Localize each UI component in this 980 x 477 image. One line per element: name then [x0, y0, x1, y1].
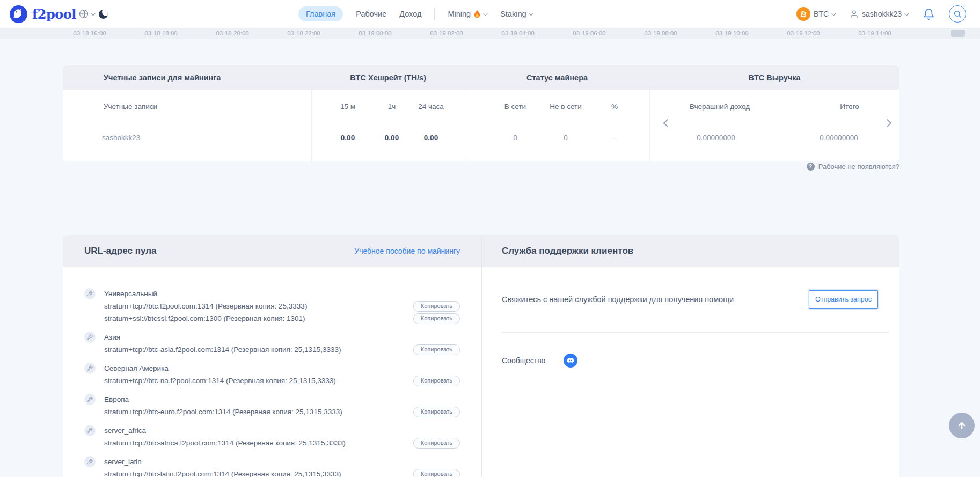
url-row: stratum+ssl://btcssl.f2pool.com:1300 (Ре…: [104, 312, 460, 325]
url-row: stratum+tcp://btc-africa.f2pool.com:1314…: [104, 437, 460, 449]
wrench-icon: [84, 288, 96, 299]
row-offline-count: 0: [564, 134, 568, 142]
pool-url-title: URL-адрес пула: [84, 246, 156, 256]
nav-divider: [434, 8, 435, 20]
row-account-name[interactable]: sashokkk23: [102, 134, 140, 142]
copy-button[interactable]: Копировать: [413, 438, 460, 449]
wrench-icon: [84, 332, 96, 343]
wrench-icon: [84, 363, 96, 374]
copy-button[interactable]: Копировать: [413, 407, 460, 417]
subheader-total: Итого: [840, 102, 859, 111]
chevron-down-icon: [904, 11, 910, 16]
revenue-prev-icon[interactable]: [663, 119, 672, 128]
column-group-accounts: Учетные записи для майнинга: [104, 74, 221, 82]
subheader-percent: %: [611, 102, 618, 111]
globe-icon: [79, 9, 89, 19]
brand[interactable]: f2pool: [10, 0, 76, 28]
copy-button[interactable]: Копировать: [413, 376, 460, 386]
pool-url-list: Универсальный stratum+tcp://btc.f2pool.c…: [84, 288, 460, 477]
axis-tick-label: 03-18 18:00: [144, 30, 177, 36]
subheader-accounts: Учетные записи: [104, 102, 157, 111]
row-hashrate-1h: 0.00: [385, 134, 399, 142]
language-selector[interactable]: [79, 0, 95, 28]
url-row: stratum+tcp://btc.f2pool.com:1314 (Резер…: [104, 300, 460, 312]
server-entry-asia: Азия stratum+tcp://btc-asia.f2pool.com:1…: [84, 331, 460, 356]
dark-mode-toggle[interactable]: [99, 0, 108, 28]
chevron-down-icon: [91, 11, 96, 16]
chart-scroll-handle[interactable]: [951, 30, 965, 37]
bell-icon: [923, 8, 935, 20]
axis-tick-label: 03-19 00:00: [359, 30, 391, 36]
community-row: Сообщество: [502, 354, 899, 368]
user-icon: [850, 10, 859, 19]
user-menu[interactable]: sashokkk23: [850, 10, 909, 19]
nav-link-revenue[interactable]: Доход: [399, 10, 421, 18]
axis-tick-label: 03-19 14:00: [858, 30, 891, 36]
revenue-next-icon[interactable]: [883, 119, 892, 128]
community-label: Сообщество: [502, 356, 545, 365]
axis-tick-label: 03-19 02:00: [430, 30, 463, 36]
row-total-income: 0.00000000: [820, 134, 858, 142]
question-icon: ?: [807, 163, 815, 171]
subheader-24h: 24 часа: [418, 102, 444, 111]
axis-tick-label: 03-18 16:00: [73, 30, 106, 36]
column-group-revenue: BTC Выручка: [748, 74, 800, 82]
notifications-button[interactable]: [923, 8, 935, 20]
server-name: Азия: [104, 331, 460, 343]
summary-body: Учетные записи 15 м 1ч 24 часа В сети Не…: [63, 90, 899, 161]
server-name: server_africa: [104, 424, 460, 437]
discord-link[interactable]: [564, 354, 577, 368]
server-entry-africa: server_africa stratum+tcp://btc-africa.f…: [84, 424, 460, 449]
copy-button[interactable]: Копировать: [413, 469, 460, 477]
url-row: stratum+tcp://btc-latin.f2pool.com:1314 …: [104, 468, 460, 477]
axis-tick-label: 03-18 20:00: [216, 30, 248, 36]
staking-menu[interactable]: Staking: [500, 10, 532, 18]
copy-button[interactable]: Копировать: [413, 344, 460, 355]
stratum-url: stratum+tcp://btc.f2pool.com:1314 (Резер…: [104, 302, 307, 310]
f2pool-logo-icon: [10, 5, 27, 23]
copy-button[interactable]: Копировать: [413, 313, 460, 324]
submit-request-button[interactable]: Отправить запрос: [809, 290, 878, 309]
stratum-url: stratum+tcp://btc-africa.f2pool.com:1314…: [104, 439, 346, 447]
scroll-to-top-button[interactable]: [949, 413, 975, 438]
axis-tick-label: 03-19 12:00: [787, 30, 820, 36]
support-title: Служба поддержки клиентов: [502, 246, 633, 256]
workers-help-link[interactable]: ? Рабочие не появляются?: [63, 163, 899, 171]
top-navbar: f2pool Главная Рабочие Доход Mining: [0, 0, 980, 28]
axis-tick-label: 03-18 22:00: [287, 30, 320, 36]
subheader-15m: 15 м: [340, 102, 355, 111]
mining-menu-label: Mining: [448, 10, 471, 18]
arrow-up-icon: [956, 420, 967, 431]
stratum-url: stratum+ssl://btcssl.f2pool.com:1300 (Ре…: [104, 314, 305, 322]
nav-link-home[interactable]: Главная: [298, 6, 343, 21]
help-text: Рабочие не появляются?: [818, 163, 899, 171]
brand-name: f2pool: [32, 6, 76, 22]
column-divider: [649, 90, 650, 161]
subheader-1h: 1ч: [388, 102, 396, 111]
fire-icon: [473, 10, 481, 18]
stratum-url: stratum+tcp://btc-na.f2pool.com:1314 (Ре…: [104, 377, 336, 385]
axis-tick-label: 03-19 10:00: [715, 30, 748, 36]
axis-tick-label: 03-19 06:00: [573, 30, 605, 36]
mining-menu[interactable]: Mining: [448, 10, 487, 18]
chevron-down-icon: [528, 11, 533, 16]
coin-selector[interactable]: B BTC: [796, 7, 836, 21]
search-icon: [953, 10, 962, 18]
copy-button[interactable]: Копировать: [413, 301, 460, 312]
moon-icon: [99, 10, 108, 19]
discord-icon: [566, 356, 575, 365]
support-row: Свяжитесь с нашей службой поддержки для …: [502, 267, 899, 309]
mining-tutorial-link[interactable]: Учебное пособие по майнингу: [354, 247, 460, 255]
section-divider: [0, 204, 980, 204]
column-divider: [311, 90, 312, 161]
server-entry-universal: Универсальный stratum+tcp://btc.f2pool.c…: [84, 288, 460, 325]
server-name: Северная Америка: [104, 362, 460, 375]
subheader-online: В сети: [504, 102, 526, 111]
server-entry-north-america: Северная Америка stratum+tcp://btc-na.f2…: [84, 362, 460, 387]
url-row: stratum+tcp://btc-na.f2pool.com:1314 (Ре…: [104, 375, 460, 387]
subheader-offline: Не в сети: [550, 102, 581, 111]
search-button[interactable]: [949, 5, 966, 23]
server-name: server_latin: [104, 456, 460, 468]
main-nav: Главная Рабочие Доход Mining Staking: [298, 0, 533, 28]
nav-link-workers[interactable]: Рабочие: [356, 10, 386, 18]
